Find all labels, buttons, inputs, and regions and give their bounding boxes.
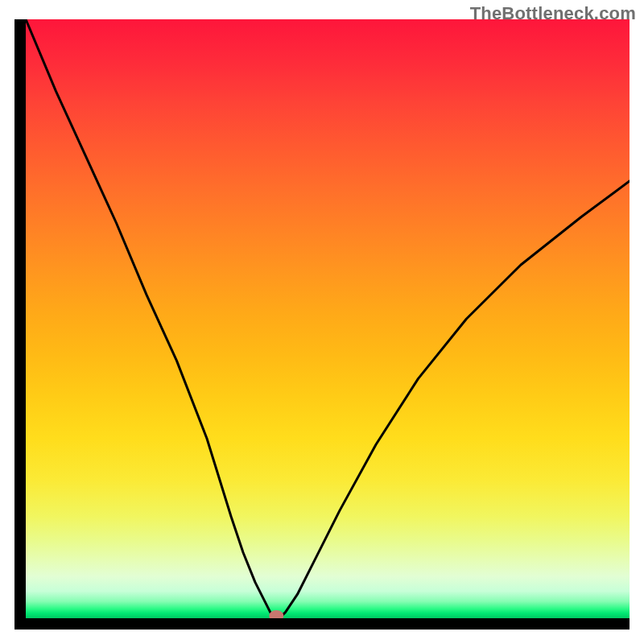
bottleneck-curve (26, 19, 630, 618)
minimum-marker (269, 610, 283, 618)
plot-frame (14, 19, 630, 630)
chart-container: TheBottleneck.com (0, 0, 644, 644)
plot-area (26, 19, 630, 618)
curve-layer (26, 19, 630, 618)
watermark-label: TheBottleneck.com (470, 3, 636, 24)
